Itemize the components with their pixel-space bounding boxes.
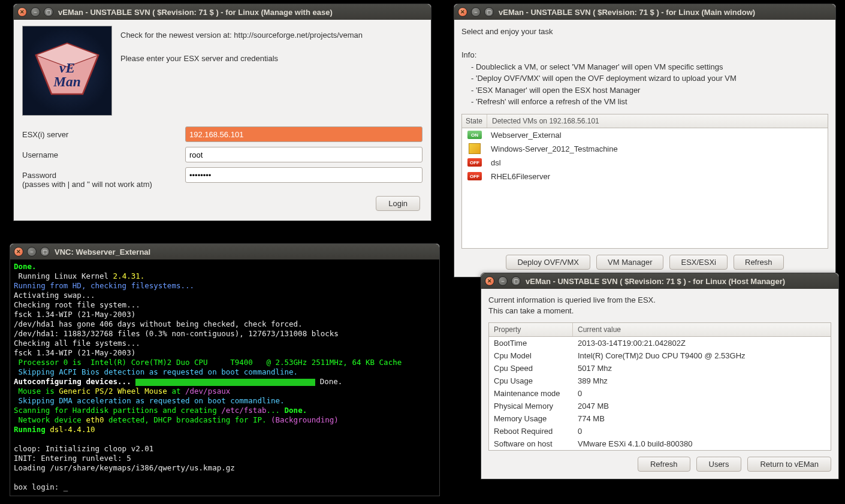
vm-name: Windows-Server_2012_Testmachine: [487, 144, 618, 153]
col-property[interactable]: Property: [489, 323, 573, 336]
username-label: Username: [22, 147, 185, 159]
property-row[interactable]: Software on hostVMware ESXi 4.1.0 build-…: [489, 437, 831, 450]
property-value: 0: [573, 427, 831, 436]
vnc-window: ✕ – ▢ VNC: Webserver_External Done. Runn…: [10, 243, 440, 496]
deploy-button[interactable]: Deploy OVF/VMX: [506, 255, 590, 270]
main-titlebar[interactable]: ✕ – ▢ vEMan - UNSTABLE SVN ( $Revision: …: [454, 4, 835, 20]
login-window: ✕ – ▢ vEMan - UNSTABLE SVN ( $Revision: …: [13, 4, 431, 221]
svg-text:vE: vE: [59, 60, 75, 76]
property-row[interactable]: Maintenance mode0: [489, 387, 831, 400]
vm-row[interactable]: ONWebserver_External: [462, 128, 828, 142]
refresh-button[interactable]: Refresh: [734, 255, 784, 270]
info-line: - 'ESX Manager' will open the ESX host M…: [471, 84, 828, 96]
info-line: - 'Deploy OVF/VMX' will open the OVF dep…: [471, 73, 828, 84]
property-row[interactable]: BootTime2013-03-14T19:00:21.042802Z: [489, 337, 831, 349]
vm-name: Webserver_External: [487, 131, 562, 140]
property-value: Intel(R) Core(TM)2 Duo CPU T9400 @ 2.53G…: [573, 351, 831, 360]
vm-row[interactable]: OFFRHEL6Fileserver: [462, 170, 828, 183]
password-note: (passes with | and " will not work atm): [22, 180, 152, 189]
host-window: ✕ – ▢ vEMan - UNSTABLE SVN ( $Revision: …: [481, 273, 839, 479]
property-value: 2047 MB: [573, 402, 831, 411]
col-vms[interactable]: Detected VMs on 192.168.56.101: [487, 114, 828, 128]
property-value: 5017 Mhz: [573, 364, 831, 373]
vm-row[interactable]: OFFdsl: [462, 156, 828, 170]
vm-name: dsl: [487, 158, 501, 167]
terminal-output[interactable]: Done. Running Linux Kernel 2.4.31.Runnin…: [10, 259, 439, 496]
maximize-icon[interactable]: ▢: [511, 276, 521, 286]
vm-manager-button[interactable]: VM Manager: [596, 255, 663, 270]
property-name: Physical Memory: [489, 402, 573, 411]
host-refresh-button[interactable]: Refresh: [638, 457, 690, 472]
login-enter-msg: Please enter your ESX server and credent…: [120, 53, 422, 65]
vm-table: State Detected VMs on 192.168.56.101 ONW…: [461, 114, 828, 249]
property-value: VMware ESXi 4.1.0 build-800380: [573, 439, 831, 448]
server-label: ESX(i) server: [22, 126, 185, 139]
property-row[interactable]: Reboot Required0: [489, 425, 831, 437]
info-line: - 'Refresh' will enforce a refresh of th…: [471, 96, 828, 108]
users-button[interactable]: Users: [696, 457, 742, 472]
login-title: vEMan - UNSTABLE SVN ( $Revision: 71 $ )…: [58, 8, 427, 17]
maximize-icon[interactable]: ▢: [40, 247, 50, 256]
login-button[interactable]: Login: [376, 196, 420, 211]
close-icon[interactable]: ✕: [14, 247, 23, 256]
maximize-icon[interactable]: ▢: [44, 7, 53, 17]
property-value: 774 MB: [573, 414, 831, 423]
property-value: 389 Mhz: [573, 376, 831, 385]
col-value[interactable]: Current value: [573, 323, 831, 336]
svg-text:Man: Man: [53, 74, 81, 89]
login-titlebar[interactable]: ✕ – ▢ vEMan - UNSTABLE SVN ( $Revision: …: [14, 4, 431, 20]
property-row[interactable]: Memory Usage774 MB: [489, 412, 831, 425]
minimize-icon[interactable]: –: [27, 247, 37, 256]
close-icon[interactable]: ✕: [458, 7, 467, 17]
info-line: - Doubleclick a VM, or select 'VM Manage…: [471, 61, 828, 73]
vnc-titlebar[interactable]: ✕ – ▢ VNC: Webserver_External: [10, 244, 439, 259]
vm-row[interactable]: Windows-Server_2012_Testmachine: [462, 142, 828, 156]
state-img-icon: [469, 143, 481, 154]
host-msg2: This can take a moment.: [488, 306, 831, 316]
property-name: Maintenance mode: [489, 389, 573, 398]
minimize-icon[interactable]: –: [31, 7, 40, 17]
login-check-msg: Check for the newest version at: http://…: [120, 29, 422, 41]
host-msg1: Current information is queried live from…: [488, 295, 831, 306]
property-row[interactable]: Cpu ModelIntel(R) Core(TM)2 Duo CPU T940…: [489, 349, 831, 362]
close-icon[interactable]: ✕: [17, 7, 27, 17]
property-name: Memory Usage: [489, 414, 573, 423]
server-input[interactable]: [185, 126, 422, 142]
property-row[interactable]: Cpu Usage389 Mhz: [489, 375, 831, 387]
main-window: ✕ – ▢ vEMan - UNSTABLE SVN ( $Revision: …: [454, 4, 836, 277]
host-titlebar[interactable]: ✕ – ▢ vEMan - UNSTABLE SVN ( $Revision: …: [481, 273, 838, 289]
info-label: Info:: [461, 49, 828, 61]
property-row[interactable]: Cpu Speed5017 Mhz: [489, 362, 831, 375]
state-on-icon: ON: [467, 131, 482, 139]
main-heading: Select and enjoy your task: [461, 26, 828, 38]
property-name: Software on host: [489, 439, 573, 448]
property-row[interactable]: Physical Memory2047 MB: [489, 400, 831, 412]
property-name: Reboot Required: [489, 427, 573, 436]
return-button[interactable]: Return to vEMan: [747, 457, 831, 472]
col-state[interactable]: State: [462, 114, 487, 128]
state-off-icon: OFF: [467, 158, 482, 167]
property-table: Property Current value BootTime2013-03-1…: [488, 322, 831, 451]
property-name: Cpu Usage: [489, 376, 573, 385]
maximize-icon[interactable]: ▢: [484, 7, 494, 17]
esx-button[interactable]: ESX/ESXi: [669, 255, 728, 270]
password-label: Password: [22, 171, 56, 180]
minimize-icon[interactable]: –: [471, 7, 481, 17]
property-value: 2013-03-14T19:00:21.042802Z: [573, 339, 831, 348]
username-input[interactable]: [185, 147, 422, 162]
close-icon[interactable]: ✕: [485, 276, 494, 286]
main-title: vEMan - UNSTABLE SVN ( $Revision: 71 $ )…: [499, 8, 832, 17]
vm-name: RHEL6Fileserver: [487, 172, 550, 181]
property-name: BootTime: [489, 339, 573, 348]
minimize-icon[interactable]: –: [498, 276, 508, 286]
property-name: Cpu Speed: [489, 364, 573, 373]
state-off-icon: OFF: [467, 172, 482, 180]
password-input[interactable]: [185, 167, 422, 183]
vnc-title: VNC: Webserver_External: [55, 248, 436, 256]
veman-logo: vE Man: [22, 26, 112, 116]
host-title: vEMan - UNSTABLE SVN ( $Revision: 71 $ )…: [526, 277, 835, 286]
property-value: 0: [573, 389, 831, 398]
property-name: Cpu Model: [489, 351, 573, 360]
